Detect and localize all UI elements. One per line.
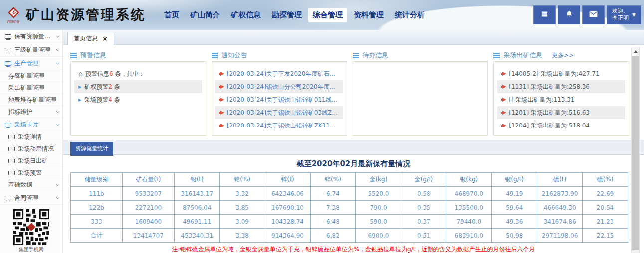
table-cell: 642346.06: [265, 187, 310, 201]
list-item[interactable]: [1131] 采场出矿量为:258.36: [497, 80, 625, 93]
alert-item[interactable]: ▶矿权预警2 条: [74, 80, 202, 93]
qr-block: 集团手机网: [0, 205, 62, 253]
sidebar-item[interactable]: 三级矿量管理: [0, 43, 62, 57]
nav-item[interactable]: 资料管理: [349, 8, 388, 22]
panel-title: 预警信息: [80, 51, 106, 60]
main-nav: 首页矿山简介矿权信息勘探管理综合管理资料管理统计分析: [160, 8, 429, 22]
list-item-text: [2020-03-24]锡铁山分公司2020年度...: [227, 83, 335, 91]
nav-item[interactable]: 勘探管理: [267, 8, 306, 22]
table-cell: 9533207: [122, 187, 174, 201]
alert-item-count: 4: [108, 96, 112, 103]
table-cell: 49.36: [492, 215, 537, 229]
list-item-text: [1204] 采场出矿量为:518.04: [509, 122, 590, 130]
list-item[interactable]: [14005-2] 采场出矿量为:427.71: [497, 67, 625, 80]
sidebar-item[interactable]: 基础数据: [0, 179, 62, 191]
list-item-text: [] 采场出矿量为:113.31: [509, 96, 574, 104]
list-item[interactable]: [1204] 采场出矿量为:518.04: [497, 119, 625, 132]
table-cell: 333: [71, 215, 123, 229]
table-cell: 22.69: [583, 187, 628, 201]
header-actions: 欢迎, 李正明 ▼: [533, 5, 641, 24]
column-header: 锌(t): [265, 173, 310, 187]
megaphone-icon: [501, 111, 506, 115]
vertical-scrollbar[interactable]: [631, 47, 640, 253]
sidebar-item[interactable]: 采场卡片: [0, 118, 62, 131]
notifications-button[interactable]: [558, 5, 580, 24]
table-cell: 453340.31: [174, 229, 219, 243]
table-cell: 3.32: [219, 187, 265, 201]
home-icon: ⌂: [78, 70, 83, 78]
list-item[interactable]: [2020-03-24]关于锡铁山铅锌矿03线Z...: [215, 106, 343, 119]
megaphone-icon: [501, 72, 506, 76]
list-item[interactable]: [1201] 采场出矿量为:516.63: [497, 106, 625, 119]
sidebar-item[interactable]: 采场动用情况: [0, 143, 62, 155]
list-item[interactable]: [2020-03-24]关于锡铁山铅锌矿011线...: [215, 93, 343, 106]
table-cell: 2272100: [122, 201, 174, 215]
alert-item[interactable]: ▶采场预警4 条: [74, 93, 202, 106]
nav-item[interactable]: 统计分析: [390, 8, 429, 22]
user-menu[interactable]: 欢迎, 李正明 ▼: [607, 5, 641, 24]
app-window: 西部矿业 矿山资源管理系统 首页矿山简介矿权信息勘探管理综合管理资料管理统计分析: [0, 0, 644, 253]
alert-summary-suffix: 条，其中：: [113, 70, 145, 78]
chevron-down-icon: [56, 122, 59, 126]
sidebar-item-label: 指标维护: [8, 108, 32, 116]
monitor-icon: [8, 159, 15, 163]
sidebar-item[interactable]: 地表堆存矿量管理: [0, 94, 62, 106]
sidebar-item[interactable]: 采场预警: [0, 167, 62, 179]
column-header: 金(g/t): [401, 173, 446, 187]
table-cell: 0.58: [401, 187, 446, 201]
messages-button[interactable]: [582, 5, 605, 24]
sidebar-item[interactable]: 指标维护: [0, 106, 62, 118]
column-header: 储量级别: [71, 173, 123, 187]
table-cell: 167690.10: [265, 201, 310, 215]
table-cell: 3.09: [219, 215, 265, 229]
user-name: 李正明: [612, 15, 629, 22]
scroll-up-arrow-icon[interactable]: [632, 47, 639, 55]
list-item[interactable]: [] 采场出矿量为:113.31: [497, 93, 625, 106]
table-cell: 6.48: [310, 215, 356, 229]
list-item[interactable]: [2020-03-24]关于锡铁山铅锌矿ZK11...: [215, 119, 343, 132]
logo-diamond-icon: 西部矿业: [5, 6, 22, 24]
qr-code-image: [13, 209, 49, 245]
megaphone-icon: [219, 85, 224, 89]
sidebar-item[interactable]: 合同管理: [0, 191, 62, 205]
table-cell: 0.35: [401, 201, 446, 215]
list-item-text: [14005-2] 采场出矿量为:427.71: [509, 70, 599, 78]
table-cell: 316143.17: [174, 187, 219, 201]
sidebar-item[interactable]: 采场详情: [0, 131, 62, 143]
more-link[interactable]: 更多>>: [552, 51, 574, 60]
column-header: 金(kg): [356, 173, 401, 187]
sidebar-item[interactable]: 生产管理: [0, 57, 62, 70]
alert-list: ▶矿权预警2 条▶采场预警4 条: [74, 80, 202, 106]
list-item[interactable]: [2020-03-24]关于下发2020年度矿石...: [215, 67, 343, 80]
table-cell: 3.38: [219, 229, 265, 243]
list-lines-icon: [353, 53, 359, 58]
nav-item[interactable]: 矿山简介: [186, 8, 224, 22]
nav-item[interactable]: 矿权信息: [226, 8, 265, 22]
nav-item[interactable]: 综合管理: [308, 8, 347, 22]
sidebar-item-label: 采场预警: [18, 169, 42, 177]
sidebar-item[interactable]: 保有资源量管理: [0, 30, 62, 43]
column-header: 银(kg): [446, 173, 492, 187]
sidebar-item[interactable]: 采场日出矿: [0, 155, 62, 167]
table-cell: 590.0: [356, 215, 401, 229]
table-cell: 6.82: [310, 229, 356, 243]
scrollbar-thumb[interactable]: [632, 56, 639, 250]
nav-item[interactable]: 首页: [160, 8, 184, 22]
sidebar-item-label: 三级矿量管理: [14, 46, 50, 54]
list-item[interactable]: [2020-03-24]锡铁山分公司2020年度...: [215, 80, 343, 93]
sidebar-item[interactable]: 采出矿量管理: [0, 82, 62, 94]
megaphone-icon: [219, 72, 224, 76]
list-item-text: [1131] 采场出矿量为:258.36: [509, 83, 590, 91]
tab-home-info[interactable]: 首页信息 ×: [67, 32, 114, 45]
table-row: 333160940049691.113.09104328.746.48590.0…: [71, 215, 628, 229]
table-cell: 914364.90: [265, 229, 310, 243]
list-lines-icon: [70, 53, 77, 58]
table-cell: 13414707: [122, 229, 174, 243]
monitor-icon: [8, 147, 15, 151]
close-icon[interactable]: ×: [102, 35, 108, 42]
stats-section-tab[interactable]: 资源储量统计: [70, 142, 113, 156]
sidebar-item[interactable]: 存窿矿量管理: [0, 70, 62, 82]
list-button[interactable]: [533, 5, 556, 24]
sidebar-item-label: 基础数据: [8, 181, 32, 189]
table-row: 122b227210087506.043.85167690.107.38790.…: [71, 201, 628, 215]
